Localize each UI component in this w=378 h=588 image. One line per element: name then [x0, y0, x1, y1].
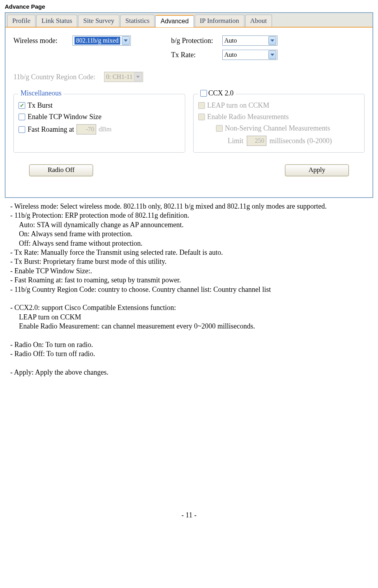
chevron-down-icon: [268, 50, 276, 59]
misc-legend: Miscellaneous: [19, 89, 63, 97]
tcp-window-checkbox[interactable]: [19, 114, 25, 120]
apply-button[interactable]: Apply: [285, 164, 349, 176]
tab-statistics[interactable]: Statistics: [120, 15, 155, 27]
tab-profile[interactable]: Profile: [7, 15, 35, 27]
desc-line: - Apply: Apply the above changes.: [10, 368, 373, 377]
fast-roaming-checkbox[interactable]: [19, 126, 25, 133]
desc-line: - Radio On: To turn on radio.: [10, 340, 373, 349]
page-footer: - 11 -: [5, 511, 373, 519]
wireless-mode-label: Wireless mode:: [13, 37, 73, 45]
leap-checkbox: [198, 102, 205, 109]
desc-line: - Radio Off: To turn off radio.: [10, 349, 373, 358]
tab-content: Wireless mode: 802.11b/g mixed b/g Prote…: [6, 28, 372, 197]
tab-link-status[interactable]: Link Status: [36, 15, 77, 27]
wireless-mode-select[interactable]: 802.11b/g mixed: [73, 35, 131, 46]
tab-about[interactable]: About: [245, 15, 272, 27]
desc-line: Off: Always send frame without protectio…: [19, 239, 373, 248]
non-serving-label: Non-Serving Channel Measurements: [225, 124, 330, 133]
non-serving-checkbox: [216, 125, 223, 132]
tx-burst-label: Tx Burst: [28, 101, 53, 110]
fast-roaming-input: [76, 124, 96, 134]
tx-burst-checkbox[interactable]: [19, 102, 25, 109]
miscellaneous-group: Miscellaneous Tx Burst Enable TCP Window…: [13, 94, 185, 153]
bg-protection-label: b/g Protection:: [171, 37, 222, 45]
desc-line: - Tx Burst: Proprietary frame burst mode…: [10, 257, 373, 266]
radio-meas-checkbox: [198, 114, 205, 120]
tab-site-survey[interactable]: Site Survey: [78, 15, 119, 27]
chevron-down-icon: [268, 36, 276, 45]
desc-line: Auto: STA will dynamically change as AP …: [19, 220, 373, 230]
radio-off-button[interactable]: Radio Off: [29, 164, 93, 176]
desc-line: Enable Radio Measurement: can channel me…: [19, 322, 373, 331]
app-window: Profile Link Status Site Survey Statisti…: [5, 12, 373, 198]
country-region-label: 11b/g Country Region Code:: [13, 73, 104, 81]
tcp-window-label: Enable TCP Window Size: [28, 113, 101, 121]
desc-line: - CCX2.0: support Cisco Compatible Exten…: [10, 303, 373, 312]
desc-line: - Enable TCP Window Size:.: [10, 267, 373, 276]
tx-rate-value: Auto: [224, 51, 267, 58]
desc-line: On: Always send frame with protection.: [19, 230, 373, 239]
wireless-mode-value: 802.11b/g mixed: [74, 37, 120, 45]
limit-label: Limit: [228, 137, 244, 145]
fast-roaming-unit: dBm: [99, 125, 112, 133]
tx-rate-label: Tx Rate:: [171, 51, 222, 59]
desc-line: - 11b/g Country Region Code: country to …: [10, 285, 373, 294]
desc-line: - Tx Rate: Manually force the Transmit u…: [10, 248, 373, 257]
bg-protection-value: Auto: [224, 37, 267, 44]
description-text: - Wireless mode: Select wireless mode. 8…: [10, 202, 373, 377]
desc-line: - 11b/g Protection: ERP protection mode …: [10, 211, 373, 220]
page-heading: Advance Page: [5, 3, 373, 10]
chevron-down-icon: [122, 36, 130, 45]
ccx-legend: CCX 2.0: [209, 89, 234, 97]
limit-unit: milliseconds (0-2000): [270, 137, 332, 145]
country-region-value: 0: CH1-11: [106, 73, 132, 80]
radio-meas-label: Enable Radio Measurements: [207, 113, 289, 121]
desc-line: - Fast Roaming at: fast to roaming, setu…: [10, 276, 373, 285]
tab-advanced[interactable]: Advanced: [155, 15, 194, 27]
tab-bar: Profile Link Status Site Survey Statisti…: [6, 13, 372, 28]
ccx-group: CCX 2.0 LEAP turn on CCKM Enable Radio M…: [193, 94, 365, 153]
ccx-checkbox[interactable]: [200, 90, 207, 97]
limit-input: [247, 136, 266, 146]
tx-rate-select[interactable]: Auto: [222, 50, 277, 60]
chevron-down-icon: [134, 73, 142, 81]
bg-protection-select[interactable]: Auto: [222, 35, 277, 46]
leap-label: LEAP turn on CCKM: [207, 101, 270, 110]
desc-line: LEAP turn on CCKM: [19, 313, 373, 322]
country-region-select: 0: CH1-11: [104, 72, 143, 82]
tab-ip-information[interactable]: IP Information: [195, 15, 244, 27]
desc-line: - Wireless mode: Select wireless mode. 8…: [10, 202, 373, 211]
fast-roaming-label: Fast Roaming at: [28, 125, 74, 134]
